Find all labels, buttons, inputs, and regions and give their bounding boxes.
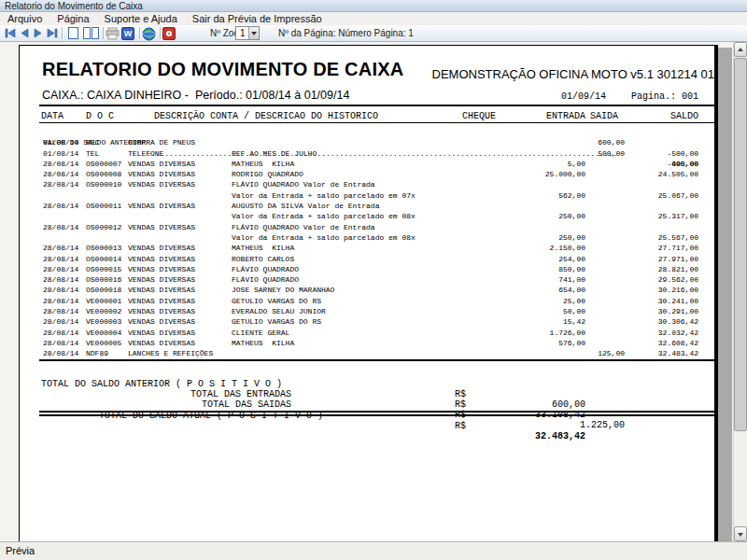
cell-historico: ROBERTO CARLOS bbox=[232, 254, 294, 264]
cell-conta: VENDAS DIVERSAS bbox=[128, 254, 195, 264]
status-text: Prévia bbox=[6, 545, 35, 556]
cell-conta: VENDAS DIVERSAS bbox=[128, 285, 195, 295]
cell-doc: VE000002 bbox=[86, 306, 121, 316]
cell-saldo: 28.821,00 bbox=[599, 264, 698, 274]
total-value: 32.483,42 bbox=[486, 431, 585, 441]
divider bbox=[39, 122, 717, 123]
print-button[interactable] bbox=[106, 27, 120, 39]
cell-historico: FLÁVIO QUADRADO Valor de Entrada bbox=[232, 222, 375, 232]
cell-historico-2: Valor da Entrada + saldo parcelado em 08… bbox=[232, 232, 416, 243]
cell-doc: TEL bbox=[86, 148, 99, 159]
menu-suporte-e-ajuda[interactable]: Suporte e Ajuda bbox=[97, 12, 185, 25]
cell-conta: VENDAS DIVERSAS bbox=[128, 264, 195, 274]
report-row: 28/08/14OS000008VENDAS DIVERSASRODRIGO Q… bbox=[20, 169, 714, 179]
cell-historico: MATHEUS KILHA bbox=[232, 243, 294, 253]
cell-historico: JOSE SARNEY DO MARANHAO bbox=[232, 285, 334, 295]
last-page-button[interactable] bbox=[46, 27, 60, 39]
total-row: TOTAL DO SALDO ANTERIOR ( P O S I T I V … bbox=[20, 369, 714, 379]
cell-historico: FLÁVIO QUADRADO bbox=[232, 264, 299, 274]
report-page-number: Pagina.: 001 bbox=[599, 91, 698, 102]
cell-conta: VENDAS DIVERSAS bbox=[128, 316, 195, 327]
toolbar: W Nº Zoom 1 Nº da Página: Número Página:… bbox=[0, 25, 747, 42]
printer-icon bbox=[106, 27, 120, 40]
zoom-select[interactable]: 1 bbox=[235, 26, 260, 40]
report-row: Valor da Entrada + saldo parcelado em 08… bbox=[20, 232, 714, 243]
cell-doc: OS000011 bbox=[86, 201, 121, 211]
cell-saldo: 27.971,00 bbox=[599, 254, 698, 264]
cell-doc: VE000005 bbox=[86, 338, 121, 348]
cell-date: 28/08/14 bbox=[43, 274, 78, 285]
col-doc: D O C bbox=[86, 111, 114, 121]
report-row: 28/08/14OS000007VENDAS DIVERSASMATHEUS K… bbox=[20, 159, 714, 169]
cell-conta: VENDAS DIVERSAS bbox=[128, 169, 195, 179]
globe-icon bbox=[142, 27, 156, 41]
menu-pagina[interactable]: Página bbox=[49, 12, 96, 25]
cell-entrada: 562,00 bbox=[486, 190, 585, 201]
report-row: 28/08/14OS000015VENDAS DIVERSASFLÁVIO QU… bbox=[20, 264, 714, 274]
cell-entrada: 654,00 bbox=[486, 285, 585, 295]
report-row: 28/08/14OS000011VENDAS DIVERSASAUGUSTO D… bbox=[20, 201, 714, 211]
cell-conta: LANCHES E REFEIÇÕES bbox=[128, 348, 213, 358]
previous-page-button[interactable] bbox=[18, 27, 32, 39]
cell-conta: VENDAS DIVERSAS bbox=[128, 338, 195, 348]
web-button[interactable] bbox=[142, 27, 156, 39]
cell-conta: VENDAS DIVERSAS bbox=[128, 328, 195, 338]
chevron-down-icon bbox=[251, 32, 257, 35]
single-page-view-button[interactable] bbox=[67, 27, 81, 39]
cell-historico-2: Valor da Entrada + saldo parcelado em 07… bbox=[232, 190, 416, 201]
two-page-view-button[interactable] bbox=[83, 27, 100, 39]
scroll-up-button[interactable] bbox=[734, 42, 747, 57]
cell-date: 28/08/14 bbox=[43, 328, 78, 338]
scroll-down-button[interactable] bbox=[734, 526, 747, 541]
total-row: TOTAL DAS SAIDAS R$ 1.225,00 bbox=[20, 389, 714, 399]
cell-historico: CLIENTE GERAL bbox=[232, 328, 289, 338]
cell-conta: TELEFONE bbox=[128, 148, 163, 159]
menubar: Arquivo Página Suporte e Ajuda Sair da P… bbox=[0, 12, 747, 25]
cell-entrada: 250,00 bbox=[486, 232, 585, 243]
cell-saldo: 30.306,42 bbox=[599, 316, 698, 327]
scrollbar-thumb[interactable] bbox=[734, 58, 747, 431]
single-page-icon bbox=[68, 27, 78, 39]
cell-entrada: 50,00 bbox=[486, 306, 585, 316]
toolbar-separator bbox=[62, 27, 63, 39]
zoom-dropdown-button[interactable] bbox=[248, 27, 259, 39]
cell-saldo: 25.067,00 bbox=[599, 190, 698, 201]
cell-saldo: 32.608,42 bbox=[599, 338, 698, 348]
cell-entrada: 576,00 bbox=[486, 338, 585, 348]
cell-historico: FLÁVIO QUADRADO bbox=[232, 274, 299, 285]
cell-doc: OS000010 bbox=[86, 179, 121, 189]
cell-historico: MATHEUS KILHA bbox=[232, 338, 294, 348]
report-title: RELATORIO DO MOVIMENTO DE CAIXA bbox=[42, 59, 403, 80]
currency: R$ bbox=[455, 421, 466, 431]
cell-entrada: 2.150,00 bbox=[486, 243, 585, 253]
cell-date: 28/08/14 bbox=[43, 179, 78, 189]
cell-conta: VENDAS DIVERSAS bbox=[128, 243, 195, 253]
cell-doc: VE000001 bbox=[86, 296, 121, 306]
cell-date: 28/08/14 bbox=[43, 169, 78, 179]
cell-saldo: 30.291,00 bbox=[599, 306, 698, 316]
first-page-button[interactable] bbox=[4, 27, 18, 39]
cell-doc: OS000007 bbox=[86, 159, 121, 169]
close-preview-button[interactable] bbox=[162, 27, 176, 40]
divider bbox=[39, 411, 717, 413]
toolbar-separator bbox=[139, 27, 140, 39]
cell-historico: EVERALDO SELAU JUNIOR bbox=[232, 306, 326, 316]
report-row: 01/08/14TELTELEFONEREF AO MES DE JULHO50… bbox=[20, 148, 714, 159]
cell-saldo: 25.567,00 bbox=[599, 232, 698, 243]
titlebar[interactable]: Relatorio do Movimento de Caixa bbox=[0, 0, 747, 12]
report-row: 28/08/14OS000012VENDAS DIVERSASFLÁVIO QU… bbox=[20, 222, 714, 232]
cell-conta: COMPRA DE PNEUS bbox=[128, 137, 195, 147]
next-page-button[interactable] bbox=[32, 27, 46, 39]
export-word-button[interactable]: W bbox=[121, 27, 134, 40]
power-icon bbox=[166, 31, 172, 36]
menu-arquivo[interactable]: Arquivo bbox=[0, 12, 49, 25]
menu-sair-da-previa[interactable]: Sair da Prévia de Impressão bbox=[185, 12, 330, 25]
cell-saldo: -500,00 bbox=[599, 148, 698, 159]
cell-conta: VENDAS DIVERSAS bbox=[128, 159, 195, 169]
cell-entrada: 1.726,00 bbox=[486, 328, 585, 338]
report-row: 28/08/14OS000010VENDAS DIVERSASFLÁVIO QU… bbox=[20, 179, 714, 189]
vertical-scrollbar[interactable] bbox=[733, 42, 747, 541]
cell-entrada: 250,00 bbox=[486, 211, 585, 221]
total-row: TOTAL DO SALDO ATUAL ( P O S I T I V O )… bbox=[20, 400, 714, 411]
col-desc: DESCRIÇÃO CONTA / DESCRICAO DO HISTORICO bbox=[154, 111, 378, 121]
